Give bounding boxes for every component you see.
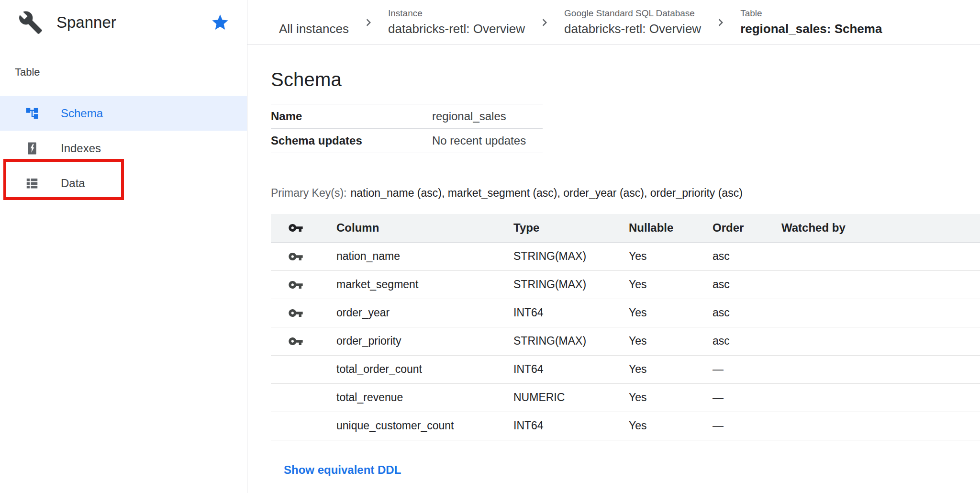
key-icon <box>288 220 303 235</box>
primary-keys-line: Primary Key(s):nation_name (asc), market… <box>271 187 980 200</box>
column-name-cell: total_revenue <box>336 383 513 412</box>
column-order-cell: — <box>713 355 781 383</box>
column-watched-by-cell <box>781 327 980 355</box>
column-order-cell: asc <box>713 299 781 327</box>
show-ddl-link[interactable]: Show equivalent DDL <box>284 463 401 477</box>
info-row-name: Name regional_sales <box>271 104 543 129</box>
primary-keys-label: Primary Key(s): <box>271 187 346 199</box>
column-name-cell: unique_customer_count <box>336 412 513 440</box>
data-icon <box>25 176 39 190</box>
key-cell-empty <box>271 412 336 440</box>
schema-icon <box>25 106 39 121</box>
column-order-cell: — <box>713 383 781 412</box>
star-icon[interactable] <box>211 13 230 32</box>
header-watched-by: Watched by <box>781 214 980 242</box>
column-type-cell: INT64 <box>513 355 629 383</box>
key-cell-empty <box>271 355 336 383</box>
main-content: Schema Name regional_sales Schema update… <box>247 45 980 493</box>
header-order: Order <box>713 214 781 242</box>
table-row: order_prioritySTRING(MAX)Yesasc <box>271 327 980 355</box>
schema-info-table: Name regional_sales Schema updates No re… <box>271 104 543 153</box>
column-watched-by-cell <box>781 299 980 327</box>
sidebar-section-label: Table <box>15 66 247 78</box>
spanner-schema-page: Spanner All instances Instance databrick… <box>0 0 980 493</box>
breadcrumb-label: databricks-retl: Overview <box>388 22 525 36</box>
column-watched-by-cell <box>781 412 980 440</box>
key-cell-empty <box>271 383 336 412</box>
sidebar-item-schema[interactable]: Schema <box>0 96 247 131</box>
sidebar-item-label: Schema <box>61 107 103 120</box>
column-name-cell: market_segment <box>336 270 513 299</box>
column-type-cell: STRING(MAX) <box>513 270 629 299</box>
product-header: Spanner <box>0 0 247 45</box>
info-label: Name <box>271 104 432 129</box>
indexes-icon <box>25 141 39 156</box>
breadcrumb: All instances Instance databricks-retl: … <box>279 9 882 36</box>
column-nullable-cell: Yes <box>629 383 713 412</box>
primary-key-cell <box>271 270 336 299</box>
sidebar-nav: Schema Indexes Data <box>0 96 247 201</box>
table-row: nation_nameSTRING(MAX)Yesasc <box>271 242 980 270</box>
table-row: total_revenueNUMERICYes— <box>271 383 980 412</box>
column-name-cell: order_year <box>336 299 513 327</box>
breadcrumb-eyebrow: Google Standard SQL Database <box>564 9 701 19</box>
breadcrumb-instance[interactable]: Instance databricks-retl: Overview <box>388 9 525 36</box>
column-type-cell: STRING(MAX) <box>513 242 629 270</box>
page-title: Schema <box>271 69 980 90</box>
column-watched-by-cell <box>781 355 980 383</box>
column-nullable-cell: Yes <box>629 355 713 383</box>
table-row: market_segmentSTRING(MAX)Yesasc <box>271 270 980 299</box>
header-column: Column <box>336 214 513 242</box>
primary-key-cell <box>271 242 336 270</box>
breadcrumb-bar: All instances Instance databricks-retl: … <box>247 0 980 45</box>
column-type-cell: INT64 <box>513 299 629 327</box>
column-name-cell: total_order_count <box>336 355 513 383</box>
table-row: unique_customer_countINT64Yes— <box>271 412 980 440</box>
column-order-cell: asc <box>713 327 781 355</box>
column-nullable-cell: Yes <box>629 242 713 270</box>
breadcrumb-all-instances[interactable]: All instances <box>279 22 349 36</box>
breadcrumb-eyebrow: Table <box>740 9 882 19</box>
primary-key-cell <box>271 299 336 327</box>
sidebar-item-label: Data <box>61 177 85 190</box>
column-nullable-cell: Yes <box>629 327 713 355</box>
wrench-icon <box>18 10 43 35</box>
column-watched-by-cell <box>781 270 980 299</box>
breadcrumb-label: regional_sales: Schema <box>740 22 882 36</box>
chevron-right-icon <box>537 15 552 30</box>
table-row: order_yearINT64Yesasc <box>271 299 980 327</box>
sidebar-item-label: Indexes <box>61 142 101 155</box>
column-name-cell: nation_name <box>336 242 513 270</box>
info-value: No recent updates <box>432 129 543 153</box>
column-type-cell: INT64 <box>513 412 629 440</box>
breadcrumb-table-current: Table regional_sales: Schema <box>740 9 882 36</box>
column-nullable-cell: Yes <box>629 270 713 299</box>
chevron-right-icon <box>713 15 728 30</box>
column-type-cell: NUMERIC <box>513 383 629 412</box>
column-watched-by-cell <box>781 242 980 270</box>
column-name-cell: order_priority <box>336 327 513 355</box>
sidebar-item-indexes[interactable]: Indexes <box>0 131 247 166</box>
sidebar-item-data[interactable]: Data <box>0 166 247 201</box>
key-icon <box>288 277 303 292</box>
column-nullable-cell: Yes <box>629 412 713 440</box>
table-row: total_order_countINT64Yes— <box>271 355 980 383</box>
product-name[interactable]: Spanner <box>56 13 116 32</box>
columns-table-header-row: Column Type Nullable Order Watched by <box>271 214 980 242</box>
column-order-cell: — <box>713 412 781 440</box>
columns-table-body: nation_nameSTRING(MAX)Yesasc market_segm… <box>271 242 980 440</box>
column-order-cell: asc <box>713 270 781 299</box>
primary-keys-value: nation_name (asc), market_segment (asc),… <box>350 187 742 199</box>
column-type-cell: STRING(MAX) <box>513 327 629 355</box>
info-row-schema-updates: Schema updates No recent updates <box>271 129 543 153</box>
info-value: regional_sales <box>432 104 543 129</box>
header-type: Type <box>513 214 629 242</box>
info-label: Schema updates <box>271 129 432 153</box>
breadcrumb-database[interactable]: Google Standard SQL Database databricks-… <box>564 9 701 36</box>
column-nullable-cell: Yes <box>629 299 713 327</box>
key-icon <box>288 249 303 264</box>
chevron-right-icon <box>361 15 376 30</box>
key-icon <box>288 334 303 349</box>
breadcrumb-label: databricks-retl: Overview <box>564 22 701 36</box>
column-order-cell: asc <box>713 242 781 270</box>
